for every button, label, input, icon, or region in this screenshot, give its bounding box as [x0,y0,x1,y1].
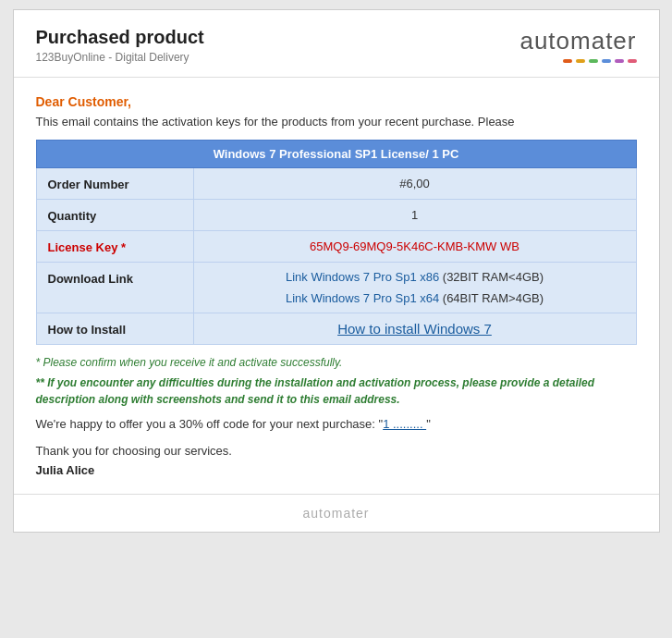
footnote2: ** If you encounter any difficulties dur… [36,374,637,408]
logo-dot-5 [615,59,624,63]
order-number-value: #6,00 [193,168,636,200]
table-row: Order Number #6,00 [36,168,636,200]
logo-dot-6 [628,59,637,63]
table-row: How to Install How to install Windows 7 [36,313,636,345]
promo-text: We're happy to offer you a 30% off code … [36,417,637,431]
table-row: Quantity 1 [36,200,636,231]
download-x64-link[interactable]: Link Windows 7 Pro Sp1 x64 [286,291,439,305]
download-x64-suffix: (64BIT RAM>4GB) [439,291,544,305]
footer-text: automater [302,506,369,521]
signature: Julia Alice [36,463,637,477]
promo-prefix: We're happy to offer you a 30% off code … [36,417,384,431]
download-x86-suffix: (32BIT RAM<4GB) [439,270,544,284]
license-key-value: 65MQ9-69MQ9-5K46C-KMB-KMW WB [193,231,636,263]
license-key-label: License Key * [36,231,193,263]
quantity-label: Quantity [36,200,193,231]
logo-dot-2 [576,59,585,63]
page-wrapper: Purchased product 123BuyOnline - Digital… [13,9,660,533]
howto-label: How to Install [36,313,193,345]
greeting: Dear Customer, [36,94,637,109]
intro-text: This email contains the activation keys … [36,115,637,129]
header-left: Purchased product 123BuyOnline - Digital… [36,27,204,64]
product-table: Windows 7 Professional SP1 License/ 1 PC… [36,140,637,345]
thank-you-text: Thank you for choosing our services. [36,444,637,458]
header-subtitle: 123BuyOnline - Digital Delivery [36,51,204,64]
download-x86-link[interactable]: Link Windows 7 Pro Sp1 x86 [286,270,439,284]
logo-dot-1 [563,59,572,63]
logo-dots [519,59,636,63]
promo-suffix: " [426,417,431,431]
table-header: Windows 7 Professional SP1 License/ 1 PC [36,141,636,168]
howto-link[interactable]: How to install Windows 7 [337,321,492,337]
download-link-x86: Link Windows 7 Pro Sp1 x86 (32BIT RAM<4G… [286,270,544,284]
header: Purchased product 123BuyOnline - Digital… [14,10,659,78]
quantity-value: 1 [193,200,636,231]
download-link-label: Download Link [36,263,193,313]
footnote1: * Please confirm when you receive it and… [36,356,637,369]
logo-area: automater [519,27,636,63]
download-link-x64: Link Windows 7 Pro Sp1 x64 (64BIT RAM>4G… [286,291,544,305]
table-row: License Key * 65MQ9-69MQ9-5K46C-KMB-KMW … [36,231,636,263]
howto-value: How to install Windows 7 [193,313,636,345]
promo-code: 1 ......... [383,417,426,431]
footer: automater [14,494,659,532]
page-title: Purchased product [36,27,204,48]
download-link-value: Link Windows 7 Pro Sp1 x86 (32BIT RAM<4G… [193,263,636,313]
logo-dot-4 [602,59,611,63]
main-content: Dear Customer, This email contains the a… [14,78,659,494]
logo-dot-3 [589,59,598,63]
logo-text: automater [519,27,636,55]
table-row: Download Link Link Windows 7 Pro Sp1 x86… [36,263,636,313]
order-number-label: Order Number [36,168,193,200]
download-links-wrapper: Link Windows 7 Pro Sp1 x86 (32BIT RAM<4G… [205,270,625,305]
